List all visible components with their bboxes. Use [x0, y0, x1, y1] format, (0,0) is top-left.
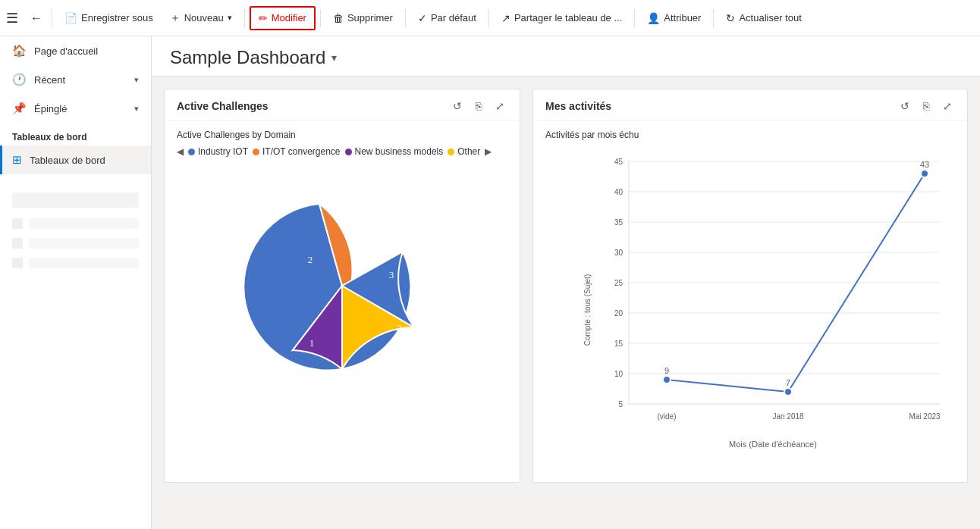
save-icon: 📄	[64, 12, 77, 24]
pencil-icon: ✏	[259, 12, 268, 24]
title-chevron[interactable]: ▾	[331, 52, 337, 64]
toolbar-sep-7	[713, 9, 714, 27]
x-label-3: Mai 2023	[909, 412, 941, 421]
legend-dot-other	[448, 149, 454, 155]
sidebar-item-accueil-label: Page d'accueil	[34, 45, 98, 57]
toolbar: ☰ ← 📄 Enregistrer sous ＋ Nouveau ▾ ✏ Mod…	[0, 0, 980, 36]
legend-dot-industry	[188, 149, 195, 155]
line-chart-wrapper: Compte : tous (Sujet) 45	[545, 146, 955, 473]
legend-dot-itot	[253, 149, 259, 155]
toolbar-sep-4	[405, 9, 406, 27]
dashboard-grid: Active Challenges ↺ ⎘ ⤢ Active Challenge…	[152, 77, 980, 495]
point-label-2: 7	[786, 378, 790, 387]
sidebar-item-accueil[interactable]: 🏠 Page d'accueil	[0, 36, 151, 65]
challenges-copy-btn[interactable]: ⎘	[473, 99, 485, 114]
svg-text:40: 40	[614, 188, 623, 196]
x-label-1: (vide)	[657, 412, 676, 421]
y-axis-label: Compte : tous (Sujet)	[583, 261, 592, 359]
legend-other: Other	[448, 146, 480, 157]
home-icon: 🏠	[12, 44, 27, 58]
back-button[interactable]: ←	[26, 7, 47, 30]
mes-activites-widget: Mes activités ↺ ⎘ ⤢ Activités par mois é…	[532, 89, 968, 483]
data-point-2	[784, 388, 792, 396]
dashboard-icon: ⊞	[12, 153, 22, 167]
save-button[interactable]: 📄 Enregistrer sous	[57, 8, 161, 29]
active-challenges-widget: Active Challenges ↺ ⎘ ⤢ Active Challenge…	[164, 89, 520, 483]
sidebar-blur-icon-2	[12, 238, 23, 249]
legend-dot-newbiz	[345, 149, 352, 155]
sidebar-item-recent[interactable]: 🕐 Récent ▾	[0, 65, 151, 94]
activites-actions: ↺ ⎘ ⤢	[897, 99, 955, 114]
pie-chart-container: 3 2 1 1 2	[177, 164, 507, 407]
legend-prev[interactable]: ◀	[177, 146, 184, 157]
new-button[interactable]: ＋ Nouveau ▾	[162, 7, 240, 30]
trash-icon: 🗑	[333, 12, 344, 24]
svg-text:20: 20	[614, 309, 623, 318]
toolbar-sep-2	[244, 9, 245, 27]
toolbar-sep-6	[634, 9, 635, 27]
sidebar-item-epingle-label: Épinglé	[34, 103, 67, 114]
legend-label-other: Other	[457, 146, 480, 157]
page-title: Sample Dashboard	[170, 47, 325, 68]
recent-chevron: ▾	[134, 75, 139, 85]
challenges-refresh-btn[interactable]: ↺	[450, 99, 465, 114]
hamburger-button[interactable]: ☰	[6, 10, 18, 27]
sidebar-item-epingle[interactable]: 📌 Épinglé ▾	[0, 94, 151, 123]
svg-text:15: 15	[614, 340, 623, 348]
svg-text:10: 10	[614, 370, 623, 378]
legend-itot: IT/OT convergence	[253, 146, 341, 157]
modifier-button[interactable]: ✏ Modifier	[250, 6, 316, 30]
sidebar-section-label: Tableaux de bord	[0, 123, 151, 146]
data-point-3	[921, 170, 928, 177]
legend-new-biz: New business models	[345, 146, 444, 157]
pie-label-1a: 1	[309, 337, 315, 349]
sidebar-item-tableaux[interactable]: ⊞ Tableaux de bord	[0, 146, 151, 174]
sidebar-blur-2	[29, 218, 139, 229]
sidebar-blur-icon-1	[12, 218, 23, 229]
sidebar-item-tableaux-label: Tableaux de bord	[30, 155, 105, 166]
plus-icon: ＋	[170, 11, 181, 25]
toolbar-sep-1	[52, 9, 52, 27]
actualiser-button[interactable]: ↻ Actualiser tout	[718, 8, 809, 29]
challenges-subtitle: Active Challenges by Domain	[177, 130, 507, 140]
svg-text:45: 45	[614, 158, 623, 166]
partager-button[interactable]: ↗ Partager le tableau de ...	[494, 8, 630, 29]
activites-copy-btn[interactable]: ⎘	[920, 99, 932, 114]
toolbar-sep-5	[488, 9, 489, 27]
pie-label-2b: 2	[397, 322, 402, 333]
par-defaut-button[interactable]: ✓ Par défaut	[410, 8, 484, 29]
sidebar: 🏠 Page d'accueil 🕐 Récent ▾ 📌 Épinglé ▾ …	[0, 36, 152, 529]
activites-refresh-btn[interactable]: ↺	[897, 99, 912, 114]
attribuer-button[interactable]: 👤 Attribuer	[639, 8, 708, 29]
sidebar-item-recent-label: Récent	[34, 74, 65, 86]
point-label-3: 43	[920, 160, 929, 169]
content-area: Sample Dashboard ▾ Active Challenges ↺ ⎘…	[152, 36, 980, 529]
person-icon: 👤	[647, 12, 660, 24]
legend-label-itot: IT/OT convergence	[262, 146, 341, 157]
svg-text:30: 30	[614, 249, 623, 257]
x-label-2: Jan 2018	[772, 412, 804, 421]
line-chart: 45 40 35 30 25 20 15	[591, 146, 955, 434]
recent-icon: 🕐	[12, 73, 27, 86]
activites-body: Activités par mois échu Compte : tous (S…	[533, 121, 967, 482]
sidebar-blur-4	[29, 258, 139, 268]
legend-industry-iot: Industry IOT	[188, 146, 248, 157]
challenges-actions: ↺ ⎘ ⤢	[450, 99, 507, 114]
supprimer-button[interactable]: 🗑 Supprimer	[325, 8, 400, 29]
epingle-chevron: ▾	[134, 104, 139, 114]
challenges-title: Active Challenges	[177, 100, 450, 112]
svg-text:25: 25	[614, 279, 623, 287]
challenges-body: Active Challenges by Domain ◀ Industry I…	[165, 121, 520, 482]
sidebar-blur-1	[12, 193, 139, 208]
legend-label-industry: Industry IOT	[198, 146, 248, 157]
legend-next[interactable]: ▶	[485, 146, 492, 157]
content-header: Sample Dashboard ▾	[152, 36, 980, 77]
activites-title: Mes activités	[545, 100, 897, 112]
challenges-expand-btn[interactable]: ⤢	[492, 99, 507, 114]
pie-label-2a: 2	[308, 254, 313, 265]
share-icon: ↗	[501, 12, 510, 24]
activites-expand-btn[interactable]: ⤢	[940, 99, 955, 114]
widget-header-challenges: Active Challenges ↺ ⎘ ⤢	[165, 89, 520, 121]
check-icon: ✓	[418, 12, 427, 24]
data-point-1	[663, 376, 671, 383]
